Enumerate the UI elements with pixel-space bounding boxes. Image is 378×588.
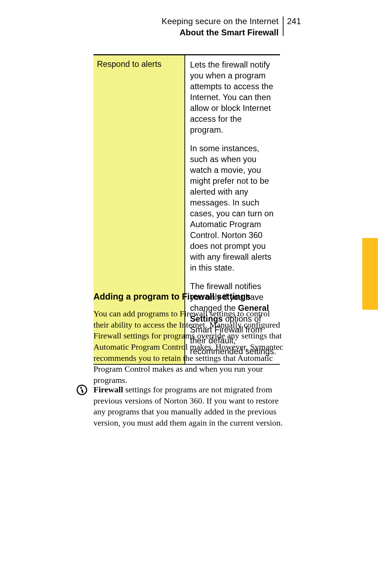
feature-paragraph-1: Lets the firewall notify you when a prog… <box>190 59 276 135</box>
chapter-title: Keeping secure on the Internet <box>162 16 279 27</box>
firewall-bold: Firewall <box>93 385 123 394</box>
page-header: Keeping secure on the Internet About the… <box>162 16 301 38</box>
feature-paragraph-2: In some instances, such as when you watc… <box>190 143 276 273</box>
header-top-line: Keeping secure on the Internet About the… <box>162 16 301 38</box>
section-title: About the Smart Firewall <box>162 27 279 38</box>
page: Keeping secure on the Internet About the… <box>0 0 378 588</box>
page-number: 241 <box>287 16 301 27</box>
side-tab <box>362 238 378 310</box>
body-paragraph-1: You can add programs to Firewall setting… <box>93 308 284 386</box>
body-paragraph-2: Firewall settings for programs are not m… <box>93 384 284 429</box>
notice-icon <box>77 385 87 395</box>
header-text-block: Keeping secure on the Internet About the… <box>162 16 279 38</box>
subheading: Adding a program to Firewall settings <box>93 292 251 302</box>
header-divider <box>283 16 284 36</box>
